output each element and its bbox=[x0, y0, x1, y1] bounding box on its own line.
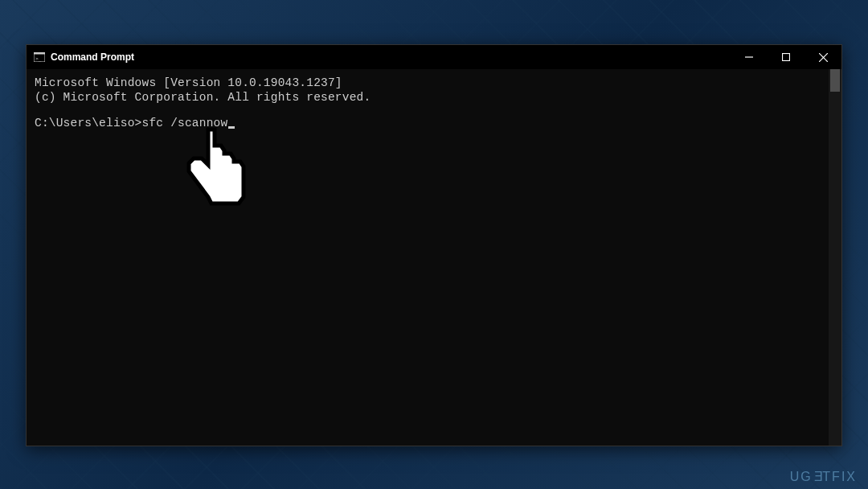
window-controls bbox=[731, 45, 841, 69]
prompt-line: C:\Users\eliso>sfc /scannow bbox=[35, 116, 833, 130]
vertical-scrollbar[interactable] bbox=[829, 69, 841, 446]
minimize-button[interactable] bbox=[731, 45, 768, 69]
close-button[interactable] bbox=[805, 45, 841, 69]
titlebar-left: >_ Command Prompt bbox=[33, 51, 134, 64]
command-prompt-icon: >_ bbox=[33, 51, 46, 64]
hand-cursor-icon bbox=[181, 125, 253, 221]
version-line: Microsoft Windows [Version 10.0.19043.12… bbox=[35, 76, 342, 89]
svg-rect-4 bbox=[783, 54, 790, 61]
terminal-output: Microsoft Windows [Version 10.0.19043.12… bbox=[35, 76, 833, 105]
maximize-button[interactable] bbox=[768, 45, 805, 69]
svg-text:>_: >_ bbox=[35, 55, 42, 62]
titlebar[interactable]: >_ Command Prompt bbox=[27, 45, 841, 69]
terminal-body[interactable]: Microsoft Windows [Version 10.0.19043.12… bbox=[27, 69, 841, 446]
prompt-text: C:\Users\eliso> bbox=[35, 117, 142, 129]
window-title: Command Prompt bbox=[51, 51, 134, 63]
svg-rect-1 bbox=[34, 52, 45, 55]
copyright-line: (c) Microsoft Corporation. All rights re… bbox=[35, 91, 371, 104]
scroll-thumb[interactable] bbox=[830, 69, 840, 92]
watermark: UGETFIX bbox=[790, 470, 857, 484]
command-prompt-window: >_ Command Prompt bbox=[26, 44, 842, 446]
